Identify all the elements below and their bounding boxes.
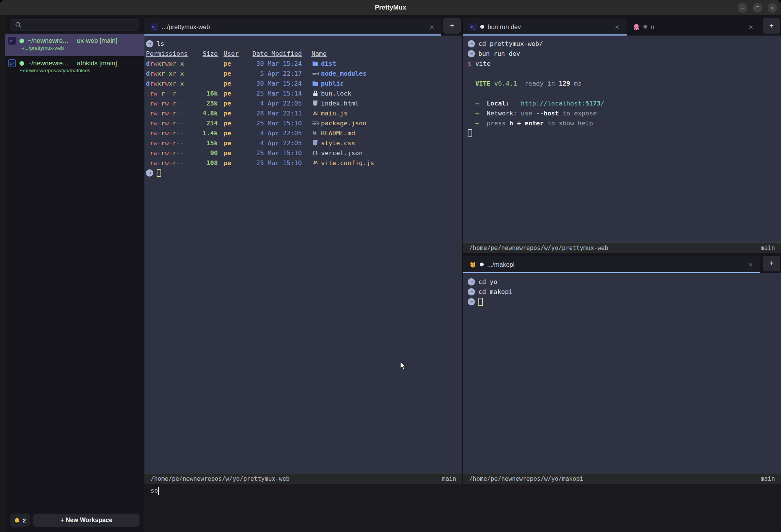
left-tabbar: >_ .../prettymux-web × + (144, 15, 462, 36)
ls-header-date: Date Modified (238, 50, 302, 57)
tab-close-icon[interactable]: × (429, 23, 435, 31)
prompt-icon: → (468, 40, 475, 47)
npm-file-icon: npm (311, 72, 319, 75)
braces-file-icon: {} (311, 150, 319, 156)
file-name: dist (321, 60, 336, 67)
sidebar: >_ ~/newnewre... ux-web [main] ~/.../pre… (5, 15, 144, 532)
file-name: public (321, 80, 344, 87)
prompt-icon: → (146, 169, 153, 177)
terminal-line: → Local: http://localhost:5173/ (468, 98, 781, 108)
file-name: package.json (321, 120, 366, 127)
tab-prettymux-web[interactable]: >_ .../prettymux-web × (144, 18, 441, 36)
workspace-session: ux-web [main] (77, 37, 117, 45)
file-name: style.css (321, 139, 355, 147)
tab-status-dot (480, 25, 484, 29)
right-top-tabbar: >_ bun run dev × n × + (463, 15, 781, 36)
terminal-line: → Network: use --host to expose (468, 108, 781, 118)
left-edge-strip (0, 15, 5, 532)
tab-bun-run-dev[interactable]: >_ bun run dev × (463, 18, 627, 36)
terminal-line: →cd yo (468, 277, 781, 287)
window-title: PrettyMux (0, 0, 781, 15)
workspace-status-dot (19, 61, 24, 66)
math-badge-icon: x² (8, 59, 16, 67)
file-row: .rw-rw-r--23kpe4 Apr 22:05index.html (146, 98, 462, 108)
window-controls: − □ × (738, 3, 777, 13)
notifications-button[interactable]: 2 (10, 514, 30, 527)
tab-makopi[interactable]: .../makopi × (463, 256, 760, 273)
tab-close-icon[interactable]: × (614, 23, 621, 31)
prompt-icon: → (468, 278, 475, 285)
js-file-icon: JS (311, 111, 319, 115)
tab-close-icon[interactable]: × (747, 261, 754, 268)
file-row: drwxrwxr-x-pe30 Mar 15:24public (146, 78, 462, 88)
file-name: vite.config.js (321, 159, 374, 167)
pane-prettymux-web: >_ .../prettymux-web × + →ls Permissions… (144, 15, 462, 484)
workspace-status-dot (19, 39, 24, 43)
terminal-bun-run-dev[interactable]: →cd prettymux-web/→bun run dev$ vite VIT… (463, 36, 781, 242)
command-input-value: so (151, 487, 158, 494)
notification-count: 2 (23, 517, 26, 524)
terminal-badge-icon: >_ (151, 23, 158, 31)
cwd-path: /home/pe/newnewrepos/w/yo/prettymux-web (151, 475, 290, 482)
workspace-item-mathkids[interactable]: x² ~/newnewre... athkids [main] ~/newnew… (5, 56, 144, 79)
terminal-badge-icon: >_ (469, 23, 477, 31)
maximize-icon[interactable]: □ (753, 3, 762, 13)
close-icon[interactable]: × (768, 3, 777, 13)
new-workspace-button[interactable]: + New Workspace (33, 514, 139, 527)
cwd-path: /home/pe/newnewrepos/w/yo/prettymux-web (469, 245, 608, 251)
pane-makopi: .../makopi × + →cd yo→cd makopi→ /home/p… (463, 253, 781, 484)
tab-close-icon[interactable]: × (748, 23, 754, 31)
block-cursor (157, 169, 161, 177)
terminal-line: →cd prettymux-web/ (468, 39, 781, 49)
file-row: .rw-rw-r--4.8kpe28 Mar 22:11JSmain.js (146, 108, 462, 118)
tab-status-dot (480, 263, 484, 266)
terminal-prettymux-web[interactable]: →ls Permissions Size User Date Modified … (144, 36, 462, 473)
npm-file-icon: npm (311, 122, 319, 125)
tab-label: bun run dev (488, 23, 521, 31)
git-branch: main (761, 475, 775, 482)
search-input[interactable] (10, 19, 139, 31)
block-cursor (468, 129, 472, 137)
file-row: .rw-rw-r--90pe25 Mar 15:10{}vercel.json (146, 148, 462, 158)
js-file-icon: JS (311, 161, 319, 165)
prompt-icon: → (468, 298, 475, 305)
command-input[interactable]: so (144, 484, 781, 532)
file-row: drwxrwxr-x-pe30 Mar 15:24dist (146, 58, 462, 68)
file-row: .rw-rw-r--214pe25 Mar 15:10npmpackage.js… (146, 118, 462, 128)
file-row: .rw-rw-r--108pe25 Mar 15:10JSvite.config… (146, 158, 462, 168)
file-name: index.html (321, 100, 359, 107)
left-pane-statusbar: /home/pe/newnewrepos/w/yo/prettymux-web … (144, 473, 462, 484)
right-top-statusbar: /home/pe/newnewrepos/w/yo/prettymux-web … (463, 242, 781, 253)
html-file-icon (311, 100, 319, 106)
ls-header-size: Size (199, 50, 218, 57)
workspace-repo: ~/newnewre... (28, 60, 68, 67)
new-tab-button[interactable]: + (763, 256, 780, 271)
new-tab-button[interactable]: + (763, 18, 780, 34)
terminal-line (468, 88, 781, 98)
folder-file-icon (311, 61, 319, 66)
octopus-icon (633, 23, 640, 31)
ls-header-permissions: Permissions (146, 50, 199, 57)
md-file-icon: M↓ (311, 131, 319, 135)
text-cursor (158, 487, 159, 495)
minimize-icon[interactable]: − (738, 3, 747, 13)
lock-file-icon (311, 90, 319, 96)
css-file-icon (311, 140, 319, 146)
terminal-line: $ vite (468, 58, 781, 68)
new-tab-button[interactable]: + (443, 18, 461, 34)
ls-header-user: User (218, 50, 238, 57)
terminal-line: → (146, 168, 462, 178)
git-branch: main (442, 475, 456, 482)
tab-label: .../makopi (487, 261, 515, 268)
terminal-line: →bun run dev (468, 49, 781, 58)
file-name: vercel.json (321, 149, 363, 157)
tab-status-dot (643, 25, 647, 29)
sidebar-bottom-bar: 2 + New Workspace (10, 514, 139, 527)
tab-label: .../prettymux-web (162, 23, 210, 31)
terminal-line: → press h + enter to show help (468, 118, 781, 128)
tab-n[interactable]: n × (627, 18, 760, 36)
prompt-icon: → (468, 288, 475, 295)
terminal-makopi[interactable]: →cd yo→cd makopi→ (463, 273, 781, 484)
file-name: main.js (321, 110, 348, 117)
workspace-item-prettymux[interactable]: >_ ~/newnewre... ux-web [main] ~/.../pre… (5, 34, 144, 56)
